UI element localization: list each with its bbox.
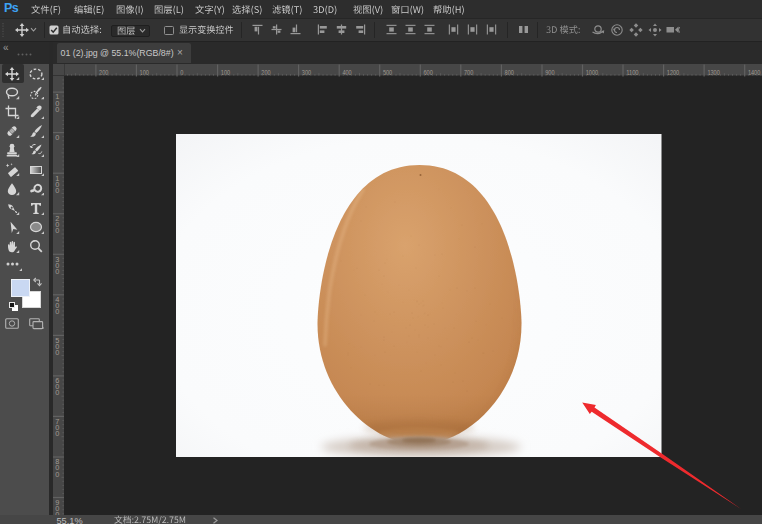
svg-text:0: 0: [55, 470, 59, 479]
svg-text:1100: 1100: [626, 67, 638, 76]
svg-text:1200: 1200: [667, 67, 679, 76]
svg-text:0: 0: [55, 226, 59, 235]
svg-text:0: 0: [55, 348, 59, 357]
svg-text:1400: 1400: [748, 67, 760, 76]
svg-text:1000: 1000: [586, 67, 598, 76]
svg-text:0: 0: [55, 389, 59, 398]
svg-text:0: 0: [55, 308, 59, 317]
svg-text:0: 0: [55, 133, 59, 142]
svg-text:1300: 1300: [707, 67, 719, 76]
svg-text:0: 0: [55, 429, 59, 438]
svg-text:0: 0: [55, 186, 59, 195]
svg-text:0: 0: [55, 105, 59, 114]
svg-text:0: 0: [55, 267, 59, 276]
